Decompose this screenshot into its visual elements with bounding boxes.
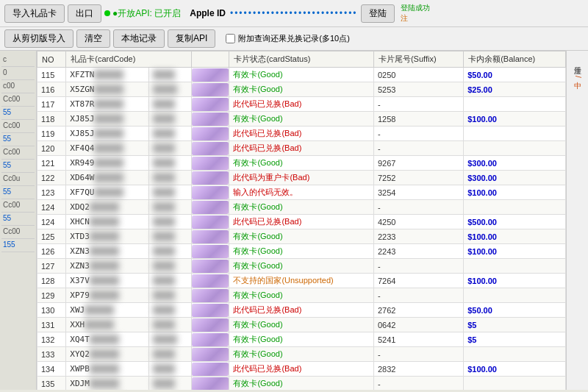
- cell-code2: XK: [148, 185, 192, 200]
- cell-purple: [192, 171, 229, 185]
- cell-code1: X37VXXX: [66, 274, 148, 288]
- cell-no: 117: [37, 97, 66, 112]
- table-row[interactable]: 125 XTD3XXX P6L 有效卡(Good) 2233 $100.00: [37, 229, 566, 244]
- cell-no: 120: [37, 141, 66, 156]
- cell-code2: QNLV7: [148, 82, 192, 97]
- cell-no: 115: [37, 68, 66, 82]
- cell-status: 此代码已兑换(Bad): [229, 141, 374, 156]
- blurred-code-part: XXX: [90, 246, 119, 256]
- sidebar-item: 55: [1, 213, 35, 226]
- copy-api-button[interactable]: 复制API: [168, 29, 215, 48]
- table-row[interactable]: 117 XT87RXXX 5Y8X 此代码已兑换(Bad) -: [37, 97, 566, 112]
- table-row[interactable]: 131 XXHXXX WPQ 有效卡(Good) 0642 $5: [37, 318, 566, 332]
- blurred-code-part: XXX: [94, 99, 123, 109]
- cell-purple: [192, 156, 229, 171]
- cell-suffix: 2762: [373, 303, 463, 318]
- cell-status: 有效卡(Good): [229, 288, 374, 303]
- blurred-code-part: XXX: [94, 188, 123, 197]
- cell-status: 此代码已兑换(Bad): [229, 97, 374, 112]
- import-gift-button[interactable]: 导入礼品卡: [4, 4, 65, 23]
- cell-status: 此代码已兑换(Bad): [229, 126, 374, 141]
- cell-suffix: 2243: [373, 244, 463, 259]
- blurred-code2-part: XVJR: [153, 173, 175, 182]
- blurred-code2-part: QR9: [153, 217, 175, 227]
- sidebar-item: 155: [1, 239, 35, 252]
- cell-code1: X5ZGNXXX: [66, 82, 148, 97]
- table-row[interactable]: 128 X37VXXX THK2 不支持的国家(Unsupported) 726…: [37, 274, 566, 288]
- cell-no: 133: [37, 347, 66, 362]
- table-row[interactable]: 121 XR949XXX P7 有效卡(Good) 9267 $300.00: [37, 156, 566, 171]
- blurred-code2-part: THK2: [153, 276, 175, 285]
- cell-code1: XWPBXXX: [66, 362, 148, 377]
- clear-button[interactable]: 清空: [76, 29, 110, 48]
- blurred-code-part: XXX: [94, 114, 123, 124]
- cell-code1: XFZTNXXX: [66, 68, 148, 82]
- table-row[interactable]: 120 XF4Q4XXX VJ7T 此代码已兑换(Bad) -: [37, 141, 566, 156]
- table-row[interactable]: 124 XHCNXXX QR9 此代码已兑换(Bad) 4250 $500.00: [37, 215, 566, 229]
- table-row[interactable]: 130 XWJXXX Y82 此代码已兑换(Bad) 2762 $50.00: [37, 303, 566, 318]
- cell-code2: XVJR: [148, 171, 192, 185]
- table-row[interactable]: 124 XDQ2XXX 6M 有效卡(Good) -: [37, 200, 566, 215]
- table-row[interactable]: 122 XD64WXXX XVJR 此代码为重户卡(Bad) 7252 $300…: [37, 171, 566, 185]
- cell-code1: XF7QUXXX: [66, 185, 148, 200]
- table-row[interactable]: 119 XJ85JXXX 5C9 此代码已兑换(Bad) -: [37, 126, 566, 141]
- cell-code2: Y82: [148, 303, 192, 318]
- api-label: ●开放API: 已开启: [112, 7, 181, 20]
- local-record-button[interactable]: 本地记录: [113, 29, 165, 48]
- blurred-code2-part: QNLV7: [153, 85, 177, 94]
- login-button[interactable]: 登陆: [361, 4, 395, 23]
- cell-balance: [464, 288, 566, 303]
- table-row[interactable]: 126 XZN3XXX 6HJR 有效卡(Good) 2243 $100.00: [37, 244, 566, 259]
- blurred-code2-part: VJ7T: [153, 143, 175, 153]
- blurred-code-part: XXX: [90, 291, 119, 300]
- cell-balance: $50.00: [464, 303, 566, 318]
- cell-code1: XJ85JXXX: [66, 112, 148, 126]
- table-row[interactable]: 129 XP79XXX 52H 有效卡(Good) -: [37, 288, 566, 303]
- table-row[interactable]: 118 XJ85JXXX 5C9 有效卡(Good) 1258 $100.00: [37, 112, 566, 126]
- table-row[interactable]: 127 XZN3XXX 6HJR 有效卡(Good) -: [37, 259, 566, 274]
- cell-suffix: -: [373, 377, 463, 391]
- table-row[interactable]: 135 XDJMXXX VC64 有效卡(Good) -: [37, 377, 566, 391]
- cell-no: 119: [37, 126, 66, 141]
- cell-code2: 5C9: [148, 126, 192, 141]
- cell-code2: THK2: [148, 274, 192, 288]
- cell-no: 116: [37, 82, 66, 97]
- cell-code1: XP79XXX: [66, 288, 148, 303]
- cell-status: 不支持的国家(Unsupported): [229, 274, 374, 288]
- sidebar-item: Cc00: [1, 120, 35, 133]
- cell-no: 121: [37, 156, 66, 171]
- blurred-code-part: XXX: [85, 305, 114, 315]
- table-row[interactable]: 134 XWPBXXX FC3K 此代码已兑换(Bad) 2832 $100.0…: [37, 362, 566, 377]
- cell-purple: [192, 126, 229, 141]
- table-row[interactable]: 116 X5ZGNXXX QNLV7 有效卡(Good) 5253 $25.00: [37, 82, 566, 97]
- cell-suffix: 2233: [373, 229, 463, 244]
- blurred-code-part: XXX: [90, 364, 119, 374]
- cell-balance: [464, 141, 566, 156]
- cell-balance: $100.00: [464, 229, 566, 244]
- cell-balance: [464, 347, 566, 362]
- cell-no: 128: [37, 274, 66, 288]
- export-button[interactable]: 出口: [68, 4, 101, 23]
- table-container[interactable]: NO 礼品卡(cardCode) 卡片状态(cardStatus) 卡片尾号(S…: [37, 51, 566, 390]
- cell-status: 有效卡(Good): [229, 82, 374, 97]
- cell-code1: XDJMXXX: [66, 377, 148, 391]
- cell-balance: [464, 97, 566, 112]
- import-clipboard-button[interactable]: 从剪切版导入: [4, 29, 74, 48]
- sidebar-item: Cc00: [1, 93, 35, 107]
- cell-purple: [192, 229, 229, 244]
- cell-suffix: 0642: [373, 318, 463, 332]
- table-row[interactable]: 133 XYQ2XXX QRFB 有效卡(Good) -: [37, 347, 566, 362]
- table-row[interactable]: 132 XQ4TXXX T6J3Y 有效卡(Good) 5241 $5: [37, 332, 566, 347]
- cell-no: 134: [37, 362, 66, 377]
- table-row[interactable]: 115 XFZTNXXX RWXP 有效卡(Good) 0250 $50.00: [37, 68, 566, 82]
- cell-purple: [192, 303, 229, 318]
- sidebar-item: c00: [1, 80, 35, 93]
- cell-status: 此代码已兑换(Bad): [229, 303, 374, 318]
- table-row[interactable]: 123 XF7QUXXX XK 输入的代码无效。 3254 $100.00: [37, 185, 566, 200]
- blurred-code2-part: WPQ: [153, 320, 175, 329]
- blurred-code2-part: 6HJR: [153, 246, 175, 256]
- append-query-checkbox[interactable]: [226, 34, 235, 43]
- cell-code2: VC64: [148, 377, 192, 391]
- blurred-code-part: XXX: [90, 202, 119, 212]
- cell-status: 有效卡(Good): [229, 112, 374, 126]
